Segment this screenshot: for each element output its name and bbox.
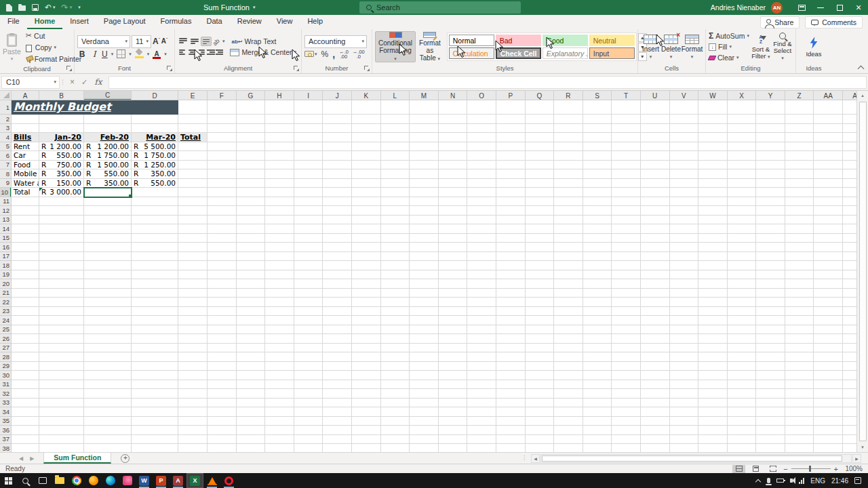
save-button[interactable]	[32, 4, 39, 11]
cell-J8[interactable]	[323, 169, 352, 179]
cell-P35[interactable]	[496, 417, 526, 426]
cell-A8[interactable]: Mobile	[12, 169, 39, 179]
cell-AA11[interactable]	[814, 197, 843, 207]
cell-Q38[interactable]	[526, 444, 555, 452]
cell-M5[interactable]	[410, 142, 439, 152]
cell-L27[interactable]	[381, 344, 410, 353]
cell-R10[interactable]	[554, 188, 583, 197]
cell-AA37[interactable]	[814, 435, 843, 445]
cell-Y21[interactable]	[756, 289, 785, 298]
cell-N1[interactable]	[439, 100, 468, 115]
cell-A11[interactable]	[12, 197, 39, 207]
row-header-16[interactable]: 16	[0, 243, 12, 252]
cell-O4[interactable]	[467, 133, 496, 142]
cell-F30[interactable]	[208, 371, 237, 380]
cell-L26[interactable]	[381, 334, 410, 344]
column-header-AA[interactable]: AA	[814, 91, 843, 100]
cell-U37[interactable]	[641, 435, 670, 445]
cell-B36[interactable]	[39, 426, 84, 435]
cell-H34[interactable]	[265, 407, 294, 417]
cell-E4[interactable]: Total	[178, 133, 208, 142]
cell-I7[interactable]	[294, 161, 323, 170]
cell-H4[interactable]	[265, 133, 294, 142]
cell-M22[interactable]	[410, 298, 439, 307]
cell-X9[interactable]	[728, 179, 757, 188]
cell-V21[interactable]	[670, 289, 699, 298]
cell-R30[interactable]	[554, 371, 583, 380]
cell-L29[interactable]	[381, 362, 410, 371]
column-header-AB[interactable]: AB	[843, 91, 856, 100]
cell-W16[interactable]	[698, 243, 728, 252]
cell-X8[interactable]	[728, 169, 757, 179]
cell-AB34[interactable]	[843, 407, 856, 417]
cell-G20[interactable]	[237, 279, 266, 289]
cell-Z15[interactable]	[785, 234, 814, 243]
cell-B29[interactable]	[39, 362, 84, 371]
horizontal-scroll-thumb[interactable]	[542, 455, 842, 462]
cell-D31[interactable]	[132, 380, 178, 390]
cell-AB16[interactable]	[843, 243, 856, 252]
cell-X32[interactable]	[728, 389, 757, 399]
cell-N37[interactable]	[439, 435, 468, 445]
cell-Y33[interactable]	[756, 399, 785, 408]
cell-Q36[interactable]	[526, 426, 555, 435]
cell-G5[interactable]	[237, 142, 266, 152]
cell-Z25[interactable]	[785, 325, 814, 335]
borders-button[interactable]	[117, 49, 125, 58]
cell-Y38[interactable]	[756, 444, 785, 452]
cell-Y34[interactable]	[756, 407, 785, 417]
cell-A4[interactable]: Bills	[12, 133, 39, 142]
column-header-X[interactable]: X	[728, 91, 757, 100]
cell-Q16[interactable]	[526, 243, 555, 252]
cell-F5[interactable]	[208, 142, 237, 152]
cell-A34[interactable]	[12, 407, 39, 417]
cell-H12[interactable]	[265, 206, 294, 216]
cell-A25[interactable]	[12, 325, 39, 335]
row-header-7[interactable]: 7	[0, 161, 12, 170]
cell-K20[interactable]	[352, 279, 381, 289]
cell-W2[interactable]	[698, 115, 728, 124]
cell-W14[interactable]	[698, 224, 728, 234]
cell-A15[interactable]	[12, 234, 39, 243]
cell-T22[interactable]	[612, 298, 641, 307]
cell-U30[interactable]	[641, 371, 670, 380]
cell-R11[interactable]	[554, 197, 583, 207]
cell-L28[interactable]	[381, 352, 410, 362]
cell-X22[interactable]	[728, 298, 757, 307]
cell-R18[interactable]	[554, 261, 583, 270]
cell-B15[interactable]	[39, 234, 84, 243]
cell-J6[interactable]	[323, 151, 352, 161]
cell-P2[interactable]	[496, 115, 526, 124]
increase-decimal-button[interactable]: ←.0.00	[339, 49, 349, 59]
cell-AA29[interactable]	[814, 362, 843, 371]
cell-Z26[interactable]	[785, 334, 814, 344]
cell-D25[interactable]	[132, 325, 178, 335]
cell-U18[interactable]	[641, 261, 670, 270]
cell-X19[interactable]	[728, 270, 757, 280]
cell-V6[interactable]	[670, 151, 699, 161]
cell-F27[interactable]	[208, 344, 237, 353]
cell-K4[interactable]	[352, 133, 381, 142]
cell-A36[interactable]	[12, 426, 39, 435]
cell-T19[interactable]	[612, 270, 641, 280]
cell-L36[interactable]	[381, 426, 410, 435]
cell-H16[interactable]	[265, 243, 294, 252]
cell-I31[interactable]	[294, 380, 323, 390]
cell-J21[interactable]	[323, 289, 352, 298]
cell-M15[interactable]	[410, 234, 439, 243]
clock[interactable]: 21:46	[831, 477, 848, 485]
cell-Q13[interactable]	[526, 216, 555, 225]
cell-T1[interactable]	[612, 100, 641, 115]
cell-V1[interactable]	[670, 100, 699, 115]
cell-I5[interactable]	[294, 142, 323, 152]
cell-P6[interactable]	[496, 151, 526, 161]
cell-O24[interactable]	[467, 316, 496, 325]
cell-Z18[interactable]	[785, 261, 814, 270]
cell-O2[interactable]	[467, 115, 496, 124]
zoom-in-button[interactable]: +	[834, 465, 838, 473]
style-good[interactable]: Good	[542, 35, 588, 46]
taskbar-start[interactable]	[0, 473, 17, 488]
cell-H23[interactable]	[265, 307, 294, 317]
cell-A21[interactable]	[12, 289, 39, 298]
cell-AA15[interactable]	[814, 234, 843, 243]
